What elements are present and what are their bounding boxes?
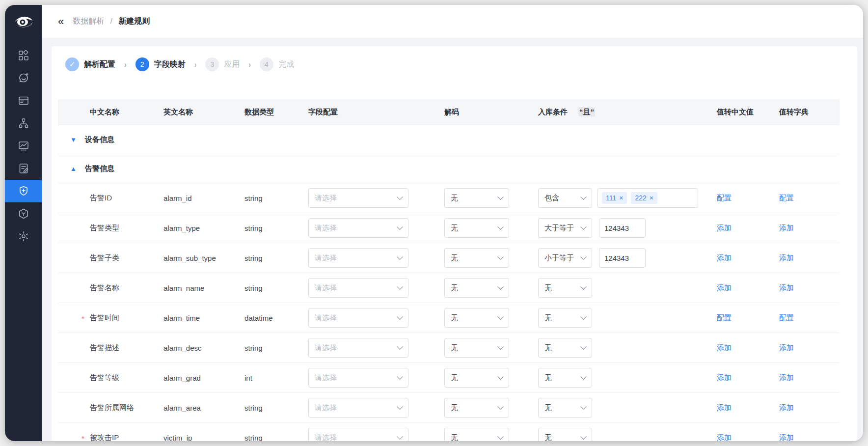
field-en-name: alarm_type: [163, 224, 244, 232]
field-data-type: string: [244, 434, 308, 442]
to-dict-action-link[interactable]: 添加: [779, 373, 794, 382]
to-dict-action-link[interactable]: 配置: [779, 194, 794, 202]
sidebar-item-ai-chat[interactable]: [5, 67, 42, 89]
condition-op-select[interactable]: 包含: [538, 188, 592, 208]
field-config-select-value: 请选择: [315, 253, 337, 263]
chevron-down-icon: [497, 223, 504, 230]
field-cn-name: 告警类型: [90, 223, 119, 232]
field-config-select[interactable]: 请选择: [308, 308, 408, 328]
chevron-down-icon: [580, 433, 587, 440]
decode-select[interactable]: 无: [444, 368, 509, 388]
required-mark: *: [81, 314, 84, 323]
to-cn-action-link[interactable]: 添加: [717, 253, 732, 262]
decode-select-value: 无: [451, 403, 458, 413]
sidebar-item-edit-document[interactable]: [5, 157, 42, 180]
condition-value-input[interactable]: [599, 218, 646, 238]
sitemap-icon: [18, 117, 29, 129]
field-data-type: int: [244, 374, 308, 382]
field-config-select[interactable]: 请选择: [308, 338, 408, 358]
sidebar-item-window-panel[interactable]: [5, 89, 42, 112]
field-data-type: string: [244, 194, 308, 202]
chevron-down-icon: [397, 313, 403, 320]
group-toggle[interactable]: ▲ 告警信息: [58, 164, 114, 173]
step-label: 字段映射: [154, 59, 186, 70]
field-config-select-value: 请选择: [315, 283, 337, 293]
tag-close-icon[interactable]: ×: [619, 194, 623, 202]
decode-select[interactable]: 无: [444, 248, 509, 268]
condition-op-select[interactable]: 无: [538, 428, 592, 441]
app-window: « 数据解析 / 新建规则 ✓ 解析配置 › 2 字段映射 › 3 应用 › 4…: [5, 5, 863, 441]
to-dict-action-link[interactable]: 添加: [779, 283, 794, 292]
to-cn-action-link[interactable]: 添加: [717, 403, 732, 412]
field-cn-name: 告警时间: [90, 313, 119, 322]
condition-op-select[interactable]: 大于等于: [538, 218, 592, 238]
sidebar-nav: [5, 44, 42, 248]
field-config-select[interactable]: 请选择: [308, 218, 408, 238]
field-config-select[interactable]: 请选择: [308, 278, 408, 298]
decode-select[interactable]: 无: [444, 398, 509, 418]
field-cn-name: 告警名称: [90, 283, 119, 292]
decode-select[interactable]: 无: [444, 338, 509, 358]
field-config-select[interactable]: 请选择: [308, 398, 408, 418]
field-config-select[interactable]: 请选择: [308, 428, 408, 441]
step-item[interactable]: 4 完成: [260, 57, 294, 71]
to-dict-action-link[interactable]: 添加: [779, 433, 794, 442]
field-config-select-value: 请选择: [315, 223, 337, 233]
decode-select-value: 无: [451, 223, 458, 233]
to-dict-action-link[interactable]: 添加: [779, 223, 794, 232]
sidebar-item-shield-plus[interactable]: [5, 180, 42, 202]
table-row: 告警子类 alarm_sub_type string 请选择 无 小于等于 添加…: [58, 243, 840, 273]
condition-op-select[interactable]: 无: [538, 368, 592, 388]
sidebar-item-settings-gear[interactable]: [5, 225, 42, 248]
tag-close-icon[interactable]: ×: [650, 194, 653, 202]
field-config-select[interactable]: 请选择: [308, 368, 408, 388]
decode-select[interactable]: 无: [444, 218, 509, 238]
condition-value-input[interactable]: [599, 248, 646, 268]
to-dict-action-link[interactable]: 添加: [779, 403, 794, 412]
decode-select[interactable]: 无: [444, 428, 509, 441]
to-cn-action-link[interactable]: 添加: [717, 343, 732, 352]
ai-chat-icon: [18, 72, 29, 84]
condition-op-select[interactable]: 无: [538, 338, 592, 358]
condition-tags-input[interactable]: 111 × 222 ×: [597, 188, 698, 208]
step-item[interactable]: 2 字段映射: [136, 57, 186, 71]
decode-select[interactable]: 无: [444, 188, 509, 208]
sidebar-item-sitemap[interactable]: [5, 112, 42, 135]
to-cn-action-link[interactable]: 配置: [717, 313, 732, 322]
step-item[interactable]: 3 应用: [205, 57, 240, 71]
field-config-select[interactable]: 请选择: [308, 248, 408, 268]
sidebar-item-dashboard-grid[interactable]: [5, 44, 42, 67]
group-row: ▲ 告警信息: [58, 154, 840, 183]
to-cn-action-link[interactable]: 添加: [717, 223, 732, 232]
condition-op-value: 无: [544, 373, 552, 383]
condition-op-select[interactable]: 无: [538, 308, 592, 328]
to-cn-action-link[interactable]: 配置: [717, 194, 732, 202]
group-toggle[interactable]: ▼ 设备信息: [58, 135, 114, 144]
breadcrumb-section[interactable]: 数据解析: [73, 17, 104, 25]
field-config-select[interactable]: 请选择: [308, 188, 408, 208]
table-row: 告警等级 alarm_grad int 请选择 无 无 添加 添加: [58, 363, 840, 393]
decode-select[interactable]: 无: [444, 278, 509, 298]
settings-gear-icon: [18, 230, 29, 242]
condition-op-select[interactable]: 无: [538, 278, 592, 298]
to-cn-action-link[interactable]: 添加: [717, 373, 732, 382]
to-dict-action-link[interactable]: 添加: [779, 253, 794, 262]
table-row: * 告警时间 alarm_time datatime 请选择 无 无 配置: [58, 303, 840, 333]
condition-op-select[interactable]: 无: [538, 398, 592, 418]
to-cn-action-link[interactable]: 添加: [717, 433, 732, 442]
content: ✓ 解析配置 › 2 字段映射 › 3 应用 › 4 完成 中文名称 英文名称 …: [42, 38, 863, 441]
sidebar-item-hexagon-shield[interactable]: [5, 202, 42, 225]
collapse-sidebar-icon[interactable]: «: [58, 16, 64, 27]
to-dict-action-link[interactable]: 添加: [779, 343, 794, 352]
to-cn-action-link[interactable]: 添加: [717, 283, 732, 292]
field-data-type: string: [244, 344, 308, 352]
field-data-type: string: [244, 224, 308, 232]
decode-select[interactable]: 无: [444, 308, 509, 328]
condition-op-select[interactable]: 小于等于: [538, 248, 592, 268]
condition-op-value: 无: [544, 283, 552, 293]
to-dict-action-link[interactable]: 配置: [779, 313, 794, 322]
app-logo[interactable]: [5, 5, 42, 40]
dashboard-grid-icon: [18, 50, 29, 61]
sidebar-item-monitor-chart[interactable]: [5, 135, 42, 157]
step-item[interactable]: ✓ 解析配置: [65, 57, 115, 71]
